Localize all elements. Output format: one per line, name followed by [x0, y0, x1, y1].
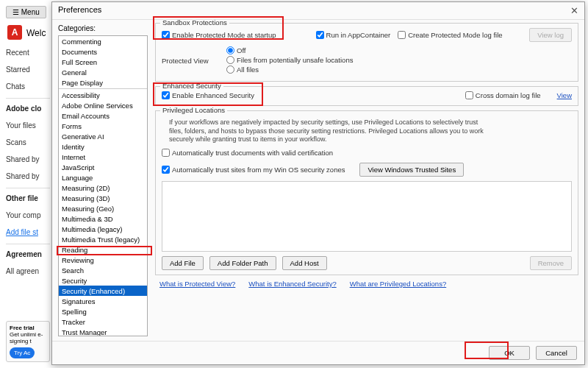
pv-unsafe-radio[interactable]: Files from potentially unsafe locations: [226, 56, 353, 64]
view-link[interactable]: View: [557, 91, 572, 99]
enhanced-group: Enhanced Security Enable Enhanced Securi…: [155, 86, 578, 106]
enhanced-title: Enhanced Security: [160, 82, 223, 90]
category-item[interactable]: Reviewing: [59, 255, 147, 265]
enable-protected-checkbox[interactable]: Enable Protected Mode at startup: [162, 31, 276, 39]
run-appcontainer-checkbox[interactable]: Run in AppContainer: [316, 31, 391, 39]
category-item[interactable]: Documents: [59, 46, 147, 57]
category-item[interactable]: Multimedia & 3D: [59, 213, 147, 224]
category-item[interactable]: Multimedia Trust (legacy): [59, 234, 147, 244]
close-icon[interactable]: ✕: [570, 5, 578, 16]
category-item[interactable]: Security: [59, 275, 147, 286]
category-item[interactable]: Commenting: [59, 36, 147, 46]
add-host-button[interactable]: Add Host: [282, 256, 327, 270]
category-item[interactable]: Accessibility: [59, 90, 147, 100]
privileged-group: Privileged Locations If your workflows a…: [155, 110, 578, 275]
nav-scans[interactable]: Scans: [6, 134, 50, 151]
menu-button[interactable]: Menu: [6, 6, 46, 18]
enable-protected-label: Enable Protected Mode at startup: [172, 31, 276, 39]
category-item[interactable]: Multimedia (legacy): [59, 224, 147, 234]
privileged-listbox[interactable]: [162, 181, 572, 252]
auto-cert-checkbox[interactable]: Automatically trust documents with valid…: [162, 149, 333, 157]
category-item[interactable]: Measuring (Geo): [59, 203, 147, 213]
preferences-dialog: Preferences ✕ Categories: CommentingDocu…: [51, 1, 585, 365]
pv-off-radio[interactable]: Off: [226, 46, 246, 54]
app-logo: A: [7, 25, 22, 40]
left-nav: Recent Starred Chats Adobe clo Your file…: [6, 44, 50, 280]
category-item[interactable]: General: [59, 67, 147, 77]
category-item[interactable]: Full Screen: [59, 57, 147, 67]
auto-sites-checkbox[interactable]: Automatically trust sites from my Win OS…: [162, 166, 345, 174]
create-log-label: Create Protected Mode log file: [408, 31, 502, 39]
category-item[interactable]: Spelling: [59, 306, 147, 316]
dialog-title: Preferences: [58, 5, 101, 16]
add-file-button[interactable]: Add File: [162, 256, 204, 270]
sandbox-title: Sandbox Protections: [160, 20, 229, 26]
enable-enhanced-checkbox[interactable]: Enable Enhanced Security: [162, 91, 254, 99]
category-item[interactable]: Measuring (2D): [59, 183, 147, 193]
category-item[interactable]: Page Display: [59, 77, 147, 88]
nav-your-files[interactable]: Your files: [6, 117, 50, 134]
pv-off-label: Off: [237, 46, 246, 54]
nav-agreements[interactable]: All agreen: [6, 263, 50, 280]
other-heading: Other file: [6, 188, 50, 207]
auto-sites-label: Automatically trust sites from my Win OS…: [172, 166, 345, 174]
category-item[interactable]: Tracker: [59, 316, 147, 327]
cross-domain-checkbox[interactable]: Cross domain log file: [465, 91, 541, 99]
cross-domain-label: Cross domain log file: [476, 91, 541, 99]
nav-your-computer[interactable]: Your comp: [6, 207, 50, 224]
auto-cert-label: Automatically trust documents with valid…: [172, 149, 333, 157]
nav-starred[interactable]: Starred: [6, 61, 50, 78]
category-item[interactable]: Internet: [59, 152, 147, 162]
add-file-storage[interactable]: Add file st: [6, 224, 50, 241]
categories-label: Categories:: [58, 24, 148, 32]
try-button[interactable]: Try Ac: [10, 347, 35, 358]
view-trusted-button[interactable]: View Windows Trusted Sites: [359, 163, 464, 177]
cloud-heading: Adobe clo: [6, 98, 50, 117]
nav-recent[interactable]: Recent: [6, 44, 50, 61]
category-item[interactable]: Email Accounts: [59, 110, 147, 121]
category-item[interactable]: Identity: [59, 141, 147, 152]
cancel-button[interactable]: Cancel: [536, 346, 577, 360]
create-log-checkbox[interactable]: Create Protected Mode log file: [398, 31, 502, 39]
add-folder-button[interactable]: Add Folder Path: [209, 256, 276, 270]
nav-shared-1[interactable]: Shared by: [6, 151, 50, 168]
category-item[interactable]: Trust Manager: [59, 327, 147, 336]
remove-button[interactable]: Remove: [530, 256, 572, 270]
categories-list[interactable]: CommentingDocumentsFull ScreenGeneralPag…: [58, 35, 148, 336]
category-item[interactable]: Generative AI: [59, 131, 147, 141]
link-protected-view[interactable]: What is Protected View?: [159, 280, 235, 288]
nav-chats[interactable]: Chats: [6, 78, 50, 95]
trial-box: Free trial Get unlimi e-signing t Try Ac: [6, 321, 50, 362]
privileged-title: Privileged Locations: [160, 106, 227, 114]
category-item[interactable]: JavaScript: [59, 162, 147, 172]
pv-unsafe-label: Files from potentially unsafe locations: [237, 56, 353, 64]
sandbox-group: Sandbox Protections Enable Protected Mod…: [155, 23, 578, 82]
ok-button[interactable]: OK: [489, 346, 530, 360]
category-item[interactable]: Signatures: [59, 296, 147, 306]
category-item[interactable]: Forms: [59, 121, 147, 131]
content-panel: Sandbox Protections Enable Protected Mod…: [151, 20, 584, 341]
pv-all-label: All files: [237, 66, 259, 74]
agreements-heading: Agreemen: [6, 244, 50, 263]
pv-all-radio[interactable]: All files: [226, 66, 259, 74]
category-item[interactable]: Security (Enhanced): [59, 286, 147, 296]
nav-shared-2[interactable]: Shared by: [6, 168, 50, 185]
link-enhanced-security[interactable]: What is Enhanced Security?: [248, 280, 336, 288]
enable-enhanced-label: Enable Enhanced Security: [172, 91, 254, 99]
category-item[interactable]: Language: [59, 172, 147, 183]
category-item[interactable]: Search: [59, 265, 147, 275]
welcome-text: Welc: [26, 28, 46, 38]
trial-desc: Get unlimi e-signing t: [10, 331, 46, 344]
view-log-button[interactable]: View log: [529, 28, 572, 42]
protected-view-label: Protected View: [162, 57, 219, 65]
category-item[interactable]: Reading: [59, 244, 147, 255]
category-item[interactable]: Adobe Online Services: [59, 100, 147, 110]
category-item[interactable]: Measuring (3D): [59, 193, 147, 203]
run-appcontainer-label: Run in AppContainer: [326, 31, 391, 39]
trial-title: Free trial: [10, 325, 46, 331]
privileged-desc: If your workflows are negatively impacte…: [169, 118, 485, 144]
link-privileged-locations[interactable]: What are Privileged Locations?: [350, 280, 447, 288]
